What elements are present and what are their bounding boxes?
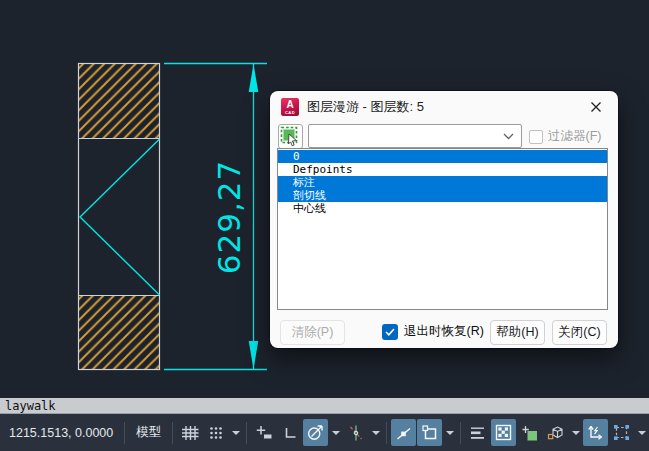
lineweight-icon[interactable] xyxy=(465,419,490,446)
chevron-down-icon[interactable] xyxy=(503,133,521,140)
autocad-window: 629,27 A CAD 图层漫游 - 图层数: 5 xyxy=(0,0,649,451)
separator xyxy=(460,422,461,444)
dimension-text[interactable]: 629,27 xyxy=(211,160,247,274)
object-snap-3d-icon[interactable] xyxy=(543,419,568,446)
chevron-down-icon[interactable] xyxy=(229,419,242,446)
hatch-section-bottom[interactable] xyxy=(79,296,159,369)
clear-button[interactable]: 清除(P) xyxy=(280,320,345,345)
dynamic-input-icon[interactable] xyxy=(251,419,276,446)
filter-checkbox-label: 过滤器(F) xyxy=(548,128,601,145)
hatch-section-top[interactable] xyxy=(79,64,159,138)
dynamic-ucs-icon[interactable] xyxy=(583,419,608,446)
filter-checkbox[interactable]: 过滤器(F) xyxy=(529,128,601,145)
separator xyxy=(172,422,173,444)
command-line-text: laywalk xyxy=(5,399,56,413)
layer-name-combobox[interactable] xyxy=(308,124,522,148)
chevron-down-icon[interactable] xyxy=(369,419,382,446)
help-button[interactable]: 帮助(H) xyxy=(490,320,545,345)
close-icon[interactable] xyxy=(582,95,610,119)
select-objects-button[interactable] xyxy=(278,124,303,149)
separator xyxy=(124,422,125,444)
grid-icon[interactable] xyxy=(177,419,202,446)
separator xyxy=(386,422,387,444)
dimension-arrow-bottom xyxy=(249,341,259,369)
autocad-logo-icon: A CAD xyxy=(281,98,299,116)
annotation-objects-icon[interactable] xyxy=(417,419,442,446)
ortho-mode-icon[interactable] xyxy=(277,419,302,446)
polar-tracking-icon[interactable] xyxy=(303,419,328,446)
chevron-down-icon[interactable] xyxy=(443,419,456,446)
chevron-down-icon[interactable] xyxy=(635,419,648,446)
model-space-button[interactable]: 模型 xyxy=(129,419,168,446)
checkbox-unchecked-icon xyxy=(529,130,543,144)
chevron-down-icon[interactable] xyxy=(329,419,342,446)
chevron-lines[interactable] xyxy=(80,139,160,295)
dialog-titlebar[interactable]: A CAD 图层漫游 - 图层数: 5 xyxy=(270,91,618,123)
restore-on-exit-checkbox[interactable]: 退出时恢复(R) xyxy=(382,323,484,340)
status-bar: 1215.1513, 0.0000 模型 xyxy=(0,414,649,451)
layer-list-item[interactable]: 中心线 xyxy=(278,202,607,215)
object-snap-2d-icon[interactable] xyxy=(391,419,416,446)
layer-list-item[interactable]: 剖切线 xyxy=(278,189,607,202)
layer-list[interactable]: 0 Defpoints 标注 剖切线 中心线 xyxy=(277,148,608,310)
layer-list-item[interactable]: 0 xyxy=(278,150,607,163)
selection-filtering-icon[interactable] xyxy=(609,419,634,446)
restore-checkbox-label: 退出时恢复(R) xyxy=(404,323,484,340)
chevron-down-icon[interactable] xyxy=(569,419,582,446)
close-button[interactable]: 关闭(C) xyxy=(552,320,607,345)
selection-marquee-icon xyxy=(280,126,301,147)
checkbox-checked-icon xyxy=(382,324,398,340)
layer-walk-dialog: A CAD 图层漫游 - 图层数: 5 过滤器(F) xyxy=(270,91,618,348)
snap-mode-icon[interactable] xyxy=(203,419,228,446)
object-snap-tracking-icon[interactable] xyxy=(343,419,368,446)
transparency-icon[interactable] xyxy=(491,419,516,446)
layer-list-item[interactable]: Defpoints xyxy=(278,163,607,176)
dialog-title: 图层漫游 - 图层数: 5 xyxy=(307,98,582,116)
command-line[interactable]: laywalk xyxy=(0,398,649,414)
selection-cycling-icon[interactable] xyxy=(517,419,542,446)
dimension-arrow-top xyxy=(249,64,259,92)
separator xyxy=(246,422,247,444)
layer-list-item[interactable]: 标注 xyxy=(278,176,607,189)
coordinates-display[interactable]: 1215.1513, 0.0000 xyxy=(4,426,120,440)
